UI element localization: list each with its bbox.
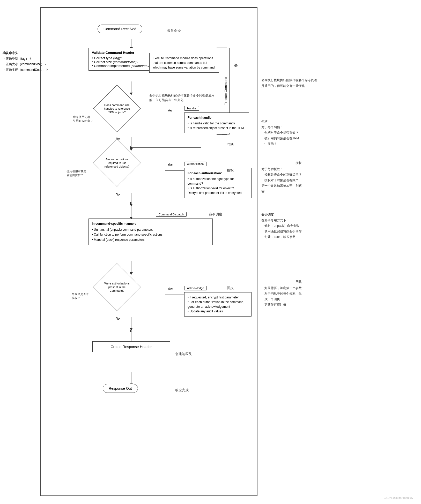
auth-bullet1: • Is authorization the right type for co… bbox=[188, 177, 248, 186]
validate-bullet3: • Command implemented (commandCode)? bbox=[92, 64, 159, 68]
diamond3-yes-label: Yes bbox=[167, 287, 173, 291]
svg-marker-17 bbox=[130, 201, 132, 205]
execute-cmd-desc-cn-right: 命令执行模块执行的操作在各个命令间都 是通用的，但可能会有一些变化 bbox=[261, 78, 317, 89]
diagram-container: Command Received Execute Command Validat… bbox=[40, 7, 257, 496]
execute-command-desc-cn: 命令执行模块执行的操作在各个命令间都是通用的，但可能会有一些变化 bbox=[149, 93, 219, 102]
create-response-header-label: Create Response Header bbox=[111, 345, 152, 349]
diamond2-no-label: No bbox=[116, 193, 120, 196]
diamond1-node: Does command use handles to reference TP… bbox=[96, 88, 138, 129]
diamond3-cn: 命令里是否有授权？ bbox=[72, 292, 89, 300]
acknowledge-desc-node: • If requested, encrypt first parameter … bbox=[184, 292, 252, 317]
diamond1-cn: 命令使用句柄引用TPM对象？ bbox=[73, 115, 93, 123]
diamond2-node: Are authorizations required to use refer… bbox=[96, 142, 138, 184]
svg-marker-14 bbox=[130, 204, 133, 206]
ack-bullet3: • Update any audit values bbox=[188, 309, 248, 314]
command-dispatch-title: In command-specific manner: bbox=[92, 221, 209, 226]
command-received-cn: 收到命令 bbox=[167, 28, 181, 33]
diamond2-cn: 使用引用对象是否需要授权？ bbox=[67, 169, 86, 177]
command-dispatch-cn-annotation: 命令调度 在命令专用方式下： ・解封（unpack）命令参数 ・调用函数完成特殊… bbox=[261, 212, 302, 240]
auth-cn-annotation: 授权 对于每种授权： ・授权是否命令的正确类型？ ・授权对于对象是否有效？ 第一… bbox=[261, 160, 302, 194]
ack-bullet2: • For each authorization in the command,… bbox=[188, 300, 248, 309]
execute-command-desc-text: Execute Command module does operations t… bbox=[153, 56, 215, 69]
auth-desc-title: For each authorization: bbox=[188, 171, 248, 176]
diamond1-yes-label: Yes bbox=[167, 109, 173, 112]
handle-bullet2: • Is referenced object present in the TP… bbox=[188, 126, 246, 130]
watermark: CSDN @guitar monkey bbox=[384, 496, 413, 499]
acknowledge-cn: 回执 bbox=[227, 286, 234, 290]
handle-label-tag: Handle bbox=[184, 106, 199, 111]
diamond1-text: Does command use handles to reference TP… bbox=[103, 103, 131, 114]
diamond2-text: Are authorizations required to use refer… bbox=[103, 157, 131, 169]
command-received-node: Command Received bbox=[98, 25, 142, 33]
command-dispatch-node: In command-specific manner: • Unmarshal … bbox=[88, 219, 213, 245]
command-dispatch-bullet1: • Unmarshal (unpack) command parameters bbox=[92, 227, 209, 232]
response-out-node: Response Out bbox=[103, 384, 138, 393]
svg-marker-28 bbox=[130, 329, 132, 333]
auth-desc-node: For each authorization: • Is authorizati… bbox=[184, 168, 252, 198]
execute-command-desc-node: Execute Command module does operations t… bbox=[149, 53, 219, 73]
diamond3-no-label: No bbox=[116, 317, 120, 320]
command-dispatch-bullet3: • Marshal (pack) response parameters bbox=[92, 237, 209, 242]
diamond2-yes-label: Yes bbox=[167, 163, 173, 167]
auth-label-tag: Authorization bbox=[184, 162, 206, 166]
auth-bullet3: Decrypt first parameter if it is encrypt… bbox=[188, 191, 248, 195]
auth-bullet2: • Is authorization valid for object？ bbox=[188, 186, 248, 191]
handle-cn-title: 句柄 bbox=[227, 142, 234, 147]
command-dispatch-bullet2: • Call function to perform command-speci… bbox=[92, 232, 209, 237]
ack-bullet1: • If requested, encrypt first parameter bbox=[188, 295, 248, 300]
svg-marker-25 bbox=[130, 328, 133, 330]
acknowledge-cn-annotation: 回执 ・如果需要，加密第一个参数 ・对于消息中的每个授权，生 成一个回执 ・更新… bbox=[261, 279, 302, 308]
command-received-label: Command Received bbox=[104, 27, 136, 31]
response-out-label: Response Out bbox=[109, 386, 132, 390]
diamond3-text: Were authorizations present in the Comma… bbox=[103, 282, 131, 293]
command-dispatch-label-tag: Command Dispatch bbox=[156, 212, 187, 217]
handle-bullet1: • Is handle valid for the command? bbox=[188, 121, 246, 126]
auth-cn-title: 授权 bbox=[227, 168, 234, 173]
acknowledge-label-tag: Acknowledge bbox=[184, 286, 207, 290]
validate-bullet2: • Correct size (commandSize)? bbox=[92, 60, 159, 64]
handle-desc-title: For each handle: bbox=[188, 115, 246, 120]
create-response-cn: 创建响应头 bbox=[175, 352, 192, 356]
handle-cn-annotation: 句柄 对于每个句柄： ・句柄对于命令是否有效？ ・被引用的对象是否在TPM 中展… bbox=[261, 119, 299, 147]
execute-command-text: Execute Command bbox=[224, 77, 228, 106]
response-out-cn: 响应完成 bbox=[175, 388, 189, 393]
create-response-header-node: Create Response Header bbox=[92, 341, 170, 352]
handle-desc-node: For each handle: • Is handle valid for t… bbox=[184, 112, 249, 133]
validate-header-title: Validate Command Header bbox=[92, 51, 159, 55]
diamond3-node: Were authorizations present in the Comma… bbox=[96, 266, 138, 308]
command-dispatch-cn: 命令调度 bbox=[209, 212, 222, 217]
validate-bullet1: • Correct type (tag)? bbox=[92, 56, 159, 60]
